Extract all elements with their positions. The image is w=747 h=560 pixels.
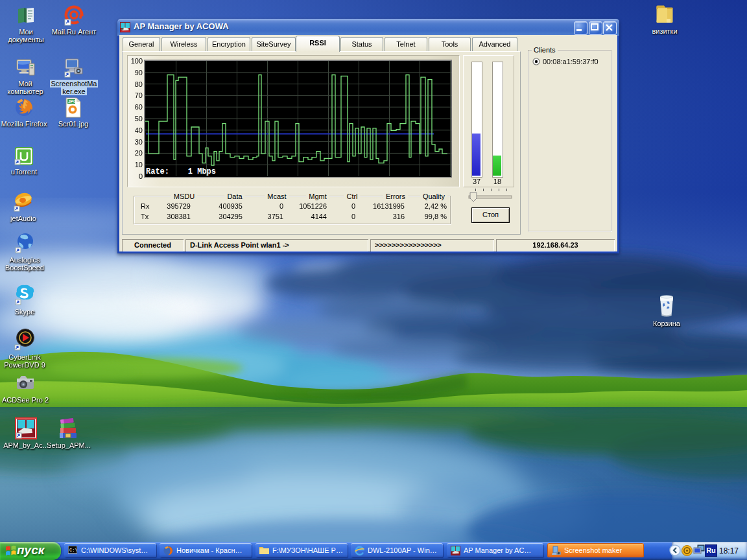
svg-text:C:\: C:\ [69,548,77,553]
svg-text:Rate: 1 Mbps: Rate: 1 Mbps [146,167,216,176]
svg-text:JPG: JPG [68,99,77,104]
